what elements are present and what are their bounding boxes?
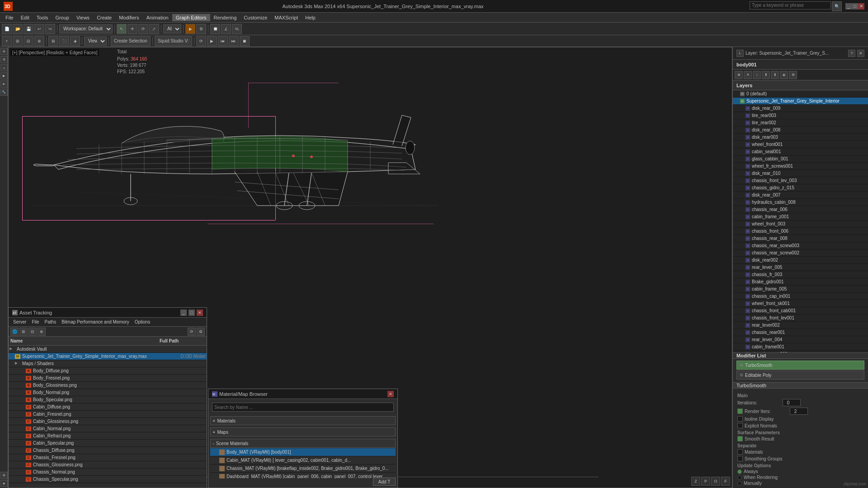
render-iters-checkbox[interactable] [737,408,743,414]
at-map-cabin-diff[interactable]: CCabin_Diffuse.png [9,404,207,411]
layer-item-0[interactable]: ○ disk_rear_009 [733,105,868,112]
mb-close[interactable]: ✕ [387,391,394,397]
at-menu-paths[interactable]: Paths [42,319,59,325]
iterations-input[interactable] [783,399,801,406]
smoothing-checkbox[interactable] [737,456,743,461]
at-minimize[interactable]: _ [180,310,187,316]
tb2-btn6[interactable]: ⬛ [59,36,69,46]
sidebar-display[interactable]: 👁 [0,80,8,88]
menu-rendering[interactable]: Rendering [210,14,241,21]
layers-list[interactable]: ⊟ 0 (default) ⊟ Supersonic_Jet_Trainer_G… [733,90,868,352]
at-maximize[interactable]: □ [189,310,195,316]
menu-file[interactable]: File [2,14,17,21]
menu-group[interactable]: Group [52,14,73,21]
percent-snap[interactable]: % [232,24,242,34]
at-maxfile-item[interactable]: M Supersonic_Jet_Trainer_Grey_Simple_Int… [9,353,207,360]
at-close[interactable]: ✕ [197,310,203,316]
layer-item-11[interactable]: ○ chassis_gidro_z_015 [733,184,868,192]
move-button[interactable]: ✛ [127,24,137,34]
tb2-btn4[interactable]: ⊕ [34,36,44,46]
layer-item-32[interactable]: ○ rear_lever_004 [733,336,868,343]
mb-maps-header[interactable]: + Maps [210,427,396,436]
rp-help[interactable]: ? [848,50,855,57]
redo-button[interactable]: ↪ [45,24,55,34]
menu-views[interactable]: Views [73,14,93,21]
view-select[interactable]: View [84,37,107,46]
layer-item-20[interactable]: ○ chassis_rear_screw002 [733,249,868,257]
rp-icon-7[interactable]: ⚙ [789,71,797,79]
sidebar-modify[interactable]: ⚙ [0,56,8,63]
layer-item-18[interactable]: ○ chassis_rear_008 [733,235,868,242]
layer-item-24[interactable]: ○ Brake_gidro001 [733,278,868,286]
search-button[interactable]: 🔍 [832,1,842,11]
rp-close[interactable]: ✕ [857,50,864,57]
maximize-button[interactable]: □ [852,3,858,9]
when-rendering-radio[interactable] [737,475,742,480]
rp-icon-2[interactable]: ✕ [744,71,752,79]
layer-item-33[interactable]: ○ cabin_frame001 [733,343,868,351]
rp-icon-5[interactable]: ⬇ [771,71,779,79]
explicit-checkbox[interactable] [737,423,743,428]
mb-scene-header[interactable]: - Scene Materials [210,439,396,448]
at-map-body-norm[interactable]: BBody_Normal.png [9,389,207,396]
tb2-btn7[interactable]: ◈ [70,36,80,46]
menu-tools[interactable]: Tools [33,14,52,21]
at-tb-1[interactable]: 🌐 [10,328,19,336]
isoline-checkbox[interactable] [737,416,743,422]
layer-item-10[interactable]: ○ chassis_front_lev_003 [733,177,868,184]
squid-btn[interactable]: Squid Studio V: [155,36,192,46]
close-button[interactable]: ✕ [858,3,864,9]
sidebar-create[interactable]: ⊕ [0,48,8,55]
render-iters-input[interactable] [790,408,808,415]
mb-add-button[interactable]: Add T [373,478,396,486]
sidebar-bottom2[interactable]: ◈ [0,480,8,487]
layer-item-13[interactable]: ○ hydraulics_cabin_008 [733,199,868,206]
at-list[interactable]: ▶ Autodesk Vault M Supersonic_Jet_Traine… [9,346,207,488]
at-menu-server[interactable]: Server [10,319,29,325]
layer-item-27[interactable]: ○ wheel_front_sk001 [733,300,868,307]
vp-fov[interactable]: F [721,477,730,486]
at-tb-4[interactable]: ⊕ [38,328,46,336]
layer-item-1[interactable]: ○ tire_rear003 [733,112,868,119]
mb-search-input[interactable] [212,403,394,412]
layer-item-14[interactable]: ○ chassis_rear_006 [733,206,868,213]
vp-pan[interactable]: P [701,477,710,486]
at-map-cabin-fres[interactable]: CCabin_Fresnel.png [9,411,207,418]
render-setup[interactable]: ⚙ [196,24,206,34]
tb2-btn5[interactable]: ⊞ [48,36,58,46]
layer-item-5[interactable]: ○ wheel_front001 [733,141,868,148]
mb-mat-chassis[interactable]: Chassis_MAT (VRayMtl) [brakeflap_inside0… [210,465,396,473]
at-map-chassis-norm[interactable]: CChassis_Normal.png [9,469,207,476]
layer-item-22[interactable]: ○ rear_lever_005 [733,264,868,271]
at-map-body-spec[interactable]: BBody_Specular.png [9,396,207,404]
layer-item-4[interactable]: ○ disk_rear003 [733,134,868,141]
at-menu-bitmap[interactable]: Bitmap Performance and Memory [59,319,132,325]
at-map-cabin-ref[interactable]: CCabin_Refract.png [9,432,207,440]
vp-orbit[interactable]: O [711,477,720,486]
angle-snap[interactable]: ∠ [221,24,231,34]
render-button[interactable]: ▶ [185,24,195,34]
undo-button[interactable]: ↩ [34,24,44,34]
sidebar-utilities[interactable]: 🔧 [0,89,8,96]
at-map-cabin-norm[interactable]: CCabin_Normal.png [9,425,207,432]
rp-icon-4[interactable]: ⬆ [762,71,770,79]
sidebar-bottom1[interactable]: ⊞ [0,472,8,479]
layer-item-21[interactable]: ○ disk_rear002 [733,257,868,264]
vp-zoom[interactable]: Z [691,477,700,486]
tb2-btn3[interactable]: ⊟ [24,36,33,46]
minimize-button[interactable]: _ [845,3,852,9]
create-selection-btn[interactable]: Create Selection [111,36,151,46]
layer-item-26[interactable]: ○ chassis_cap_in001 [733,293,868,300]
layer-item-6[interactable]: ○ cabin_seal001 [733,148,868,155]
save-button[interactable]: 💾 [24,24,33,34]
workspace-select[interactable]: Workspace: Default [59,24,113,33]
at-settings[interactable]: ⚙ [197,328,205,336]
layer-item-8[interactable]: ○ wheel_fr_screws001 [733,163,868,170]
mb-mat-body[interactable]: Body_MAT (VRayMtl) [body001] [210,448,396,456]
layer-item-19[interactable]: ○ chassis_rear_screw003 [733,242,868,249]
at-vault-item[interactable]: ▶ Autodesk Vault [9,346,207,353]
tb2-btn11[interactable]: ⏭ [229,36,239,46]
mod-turbos[interactable]: ⚙ TurboSmooth [736,361,864,370]
layer-item-25[interactable]: ○ cabin_frame_005 [733,286,868,293]
materials-checkbox[interactable] [737,449,743,455]
